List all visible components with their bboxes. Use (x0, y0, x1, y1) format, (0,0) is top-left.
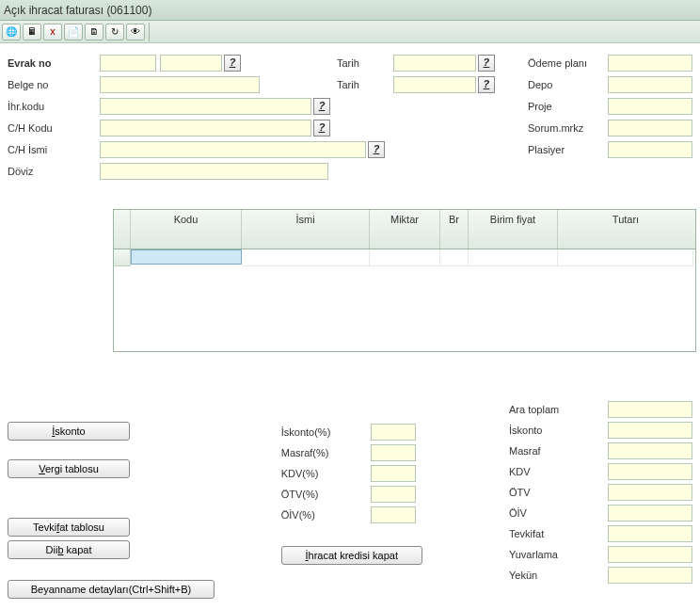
proje-input[interactable] (608, 98, 692, 115)
oiv-pct-input[interactable] (371, 506, 416, 523)
otv-tot-input[interactable] (608, 484, 692, 501)
col-tutari[interactable]: Tutarı (558, 210, 693, 249)
tevkifat-tot-label: Tevkifat (509, 528, 608, 539)
cell-ismi[interactable] (242, 249, 370, 266)
iskonto-button[interactable]: İskonto (8, 422, 130, 441)
iskonto-pct-input[interactable] (371, 424, 416, 441)
sorum-mrkz-label: Sorum.mrkz (528, 122, 608, 134)
kdv-pct-label: KDV(%) (281, 468, 371, 479)
vergi-tablosu-button[interactable]: Vergi tablosu (8, 459, 130, 478)
oiv-pct-label: ÖİV(%) (281, 509, 371, 521)
eye-icon[interactable]: 👁 (126, 24, 145, 40)
yuvarlama-tot-input[interactable] (608, 546, 692, 563)
page-icon[interactable]: 🗎 (85, 24, 103, 40)
odeme-plani-label: Ödeme planı (528, 57, 608, 69)
kdv-tot-input[interactable] (608, 463, 692, 480)
beyanname-button[interactable]: Beyanname detayları(Ctrl+Shift+B) (8, 580, 215, 599)
xls-icon[interactable]: x (43, 24, 62, 40)
tarih-label-2: Tarih (337, 79, 393, 90)
col-kodu[interactable]: Kodu (131, 210, 242, 249)
grid-body[interactable] (114, 249, 695, 351)
window-title: Açık ihracat faturası (061100) (0, 0, 700, 21)
yekun-tot-input[interactable] (608, 567, 692, 584)
ch-kodu-help-icon[interactable]: ? (313, 120, 330, 136)
cell-miktar[interactable] (370, 249, 440, 266)
ihr-kodu-help-icon[interactable]: ? (313, 98, 330, 115)
plasiyer-label: Plasiyer (528, 144, 608, 155)
items-grid[interactable]: Kodu İsmi Miktar Br Birim fiyat Tutarı (113, 209, 696, 352)
col-ismi[interactable]: İsmi (242, 210, 370, 249)
kdv-pct-input[interactable] (371, 465, 416, 482)
yekun-tot-label: Yekün (509, 570, 608, 581)
tevkifat-tot-input[interactable] (608, 525, 692, 542)
ihr-kodu-input[interactable] (100, 98, 311, 115)
masraf-pct-input[interactable] (371, 444, 416, 461)
masraf-tot-input[interactable] (608, 442, 692, 459)
belge-no-label: Belge no (8, 79, 100, 90)
evrak-no-input[interactable] (160, 55, 222, 72)
depo-input[interactable] (608, 76, 692, 93)
masraf-tot-label: Masraf (509, 445, 608, 457)
otv-pct-label: ÖTV(%) (281, 489, 371, 500)
totals-panel: Ara toplam İskonto Masraf KDV ÖTV ÖİV Te… (509, 399, 692, 602)
toolbar-separator (149, 23, 150, 41)
tarih-2-input[interactable] (393, 76, 476, 93)
iskonto-tot-input[interactable] (608, 422, 692, 439)
col-br[interactable]: Br (440, 210, 469, 249)
depo-label: Depo (528, 79, 608, 90)
ch-ismi-input[interactable] (100, 141, 366, 158)
diib-kapat-button[interactable]: Diib kapat (8, 540, 130, 559)
ch-ismi-label: C/H İsmi (8, 144, 100, 155)
grid-header: Kodu İsmi Miktar Br Birim fiyat Tutarı (114, 210, 695, 249)
ara-toplam-input[interactable] (608, 401, 692, 418)
cell-tutari[interactable] (558, 249, 693, 266)
doviz-input[interactable] (100, 163, 328, 180)
col-miktar[interactable]: Miktar (370, 210, 440, 249)
grid-corner (114, 210, 131, 249)
belge-no-input[interactable] (100, 76, 260, 93)
cell-kodu-active[interactable] (131, 249, 242, 265)
doc-icon[interactable]: 📄 (64, 24, 83, 40)
ch-kodu-label: C/H Kodu (8, 122, 100, 134)
tarih-1-help-icon[interactable]: ? (478, 55, 495, 72)
tarih-label-1: Tarih (337, 57, 393, 69)
oiv-tot-input[interactable] (608, 505, 692, 522)
tarih-1-input[interactable] (393, 55, 476, 72)
odeme-plani-input[interactable] (608, 55, 692, 72)
cell-birim-fiyat[interactable] (469, 249, 558, 266)
grid-row[interactable] (114, 249, 695, 266)
col-birim-fiyat[interactable]: Birim fiyat (469, 210, 558, 249)
otv-tot-label: ÖTV (509, 487, 608, 498)
calc-icon[interactable]: 🖩 (23, 24, 41, 40)
ch-ismi-help-icon[interactable]: ? (368, 141, 385, 158)
ch-kodu-input[interactable] (100, 120, 311, 136)
globe-icon[interactable]: 🌐 (2, 24, 21, 40)
title-text: Açık ihracat faturası (061100) (4, 4, 151, 17)
percentages-panel: İskonto(%) Masraf(%) KDV(%) ÖTV(%) ÖİV(%… (281, 399, 509, 602)
plasiyer-input[interactable] (608, 141, 692, 158)
ara-toplam-label: Ara toplam (509, 404, 608, 415)
yuvarlama-tot-label: Yuvarlama (509, 549, 608, 560)
toolbar: 🌐 🖩 x 📄 🗎 ↻ 👁 (0, 21, 700, 43)
ihr-kodu-label: İhr.kodu (8, 101, 100, 112)
evrak-no-prefix-input[interactable] (100, 55, 156, 72)
bottom-panel: İskonto Vergi tablosu Tevkifat tablosu D… (0, 399, 700, 602)
tevkifat-tablosu-button[interactable]: Tevkifat tablosu (8, 518, 130, 537)
form-area: Evrak no ? Tarih ? Ödeme planı Belge no … (0, 43, 700, 186)
sorum-mrkz-input[interactable] (608, 120, 692, 136)
cell-br[interactable] (440, 249, 469, 266)
iskonto-tot-label: İskonto (509, 425, 608, 436)
row-header-icon[interactable] (114, 249, 131, 266)
ihracat-kredisi-kapat-button[interactable]: İhracat kredisi kapat (281, 546, 422, 565)
tarih-2-help-icon[interactable]: ? (478, 76, 495, 93)
kdv-tot-label: KDV (509, 466, 608, 477)
evrak-no-help-icon[interactable]: ? (224, 55, 241, 72)
doviz-label: Döviz (8, 166, 100, 177)
masraf-pct-label: Masraf(%) (281, 447, 371, 458)
proje-label: Proje (528, 101, 608, 112)
bottom-left-buttons: İskonto Vergi tablosu Tevkifat tablosu D… (8, 399, 281, 602)
oiv-tot-label: ÖİV (509, 507, 608, 519)
otv-pct-input[interactable] (371, 486, 416, 503)
refresh-icon[interactable]: ↻ (105, 24, 124, 40)
iskonto-pct-label: İskonto(%) (281, 426, 371, 438)
